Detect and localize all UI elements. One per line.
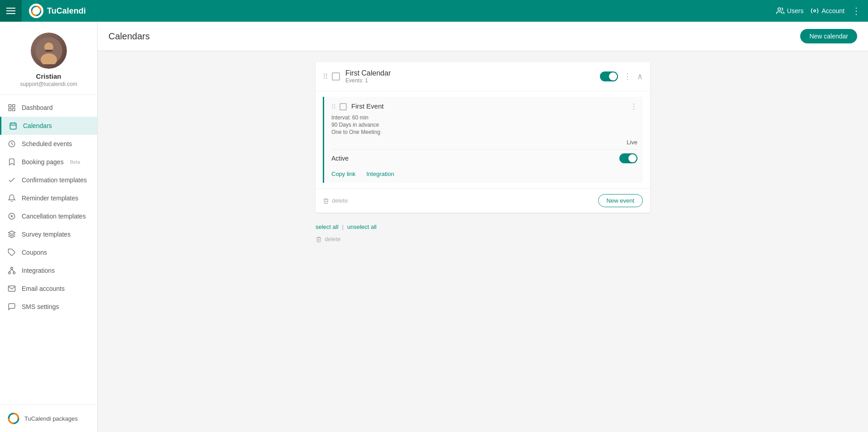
new-calendar-button[interactable]: New calendar (800, 29, 857, 43)
event-meeting-type: One to One Meeting (331, 129, 637, 135)
event-name: First Event (351, 102, 630, 110)
calendar-delete-label: delete (332, 197, 348, 204)
svg-rect-8 (13, 104, 15, 107)
event-live-badge: Live (627, 139, 637, 146)
sidebar-item-dashboard[interactable]: Dashboard (0, 99, 97, 117)
svg-line-25 (12, 269, 14, 272)
svg-point-23 (13, 272, 15, 274)
sidebar-item-coupons[interactable]: Coupons (0, 243, 97, 261)
svg-marker-19 (9, 231, 15, 235)
new-event-button[interactable]: New event (598, 194, 643, 207)
select-all-row: select all | unselect all (316, 223, 650, 230)
calendar-more-button[interactable]: ⋮ (623, 71, 632, 81)
page-title: Calendars (108, 31, 150, 42)
menu-button[interactable] (0, 0, 22, 22)
calendar-delete-button[interactable]: delete (323, 197, 348, 204)
users-link[interactable]: Users (776, 7, 804, 15)
sidebar-item-email-accounts[interactable]: Email accounts (0, 280, 97, 298)
sidebar-reminder-label: Reminder templates (22, 195, 78, 202)
event-more-button[interactable]: ⋮ (630, 102, 637, 111)
tucalendi-packages-link[interactable]: TuCalendi packages (0, 404, 97, 432)
topbar: TuCalendi Users Account ⋮ (0, 0, 868, 22)
bookmark-icon (7, 157, 16, 166)
users-label: Users (787, 7, 804, 14)
calendar-toggle[interactable] (600, 71, 618, 81)
sidebar-item-confirmation-templates[interactable]: Confirmation templates (0, 171, 97, 189)
event-drag-handle[interactable]: ⠿ (331, 103, 336, 110)
svg-point-0 (31, 5, 42, 16)
logo-text: TuCalendi (47, 6, 86, 16)
event-active-label: Active (331, 155, 349, 162)
sidebar-booking-sub: Beta (70, 159, 80, 165)
sidebar-item-calendars[interactable]: Calendars (0, 117, 97, 135)
trash-icon (323, 198, 329, 204)
svg-point-22 (9, 272, 11, 274)
avatar-image (31, 33, 67, 69)
event-active-toggle[interactable] (619, 153, 637, 163)
bottom-delete-row: delete (316, 236, 650, 242)
account-link[interactable]: Account (811, 7, 844, 15)
event-links-row: Copy link Integration (331, 167, 637, 177)
integrations-icon (7, 266, 16, 275)
hamburger-icon (6, 8, 15, 14)
svg-rect-10 (9, 109, 11, 111)
calendar-icon (9, 121, 18, 130)
unselect-all-button[interactable]: unselect all (347, 223, 377, 230)
sidebar-item-sms-settings[interactable]: SMS settings (0, 298, 97, 316)
tag-icon (7, 248, 16, 257)
sidebar-item-survey-templates[interactable]: Survey templates (0, 225, 97, 243)
calendar-drag-handle[interactable]: ⠿ (323, 72, 328, 81)
svg-point-26 (8, 413, 19, 424)
calendar-header: ⠿ First Calendar Events: 1 ⋮ ∧ (316, 62, 650, 91)
copy-link-button[interactable]: Copy link (331, 171, 355, 177)
calendar-header-actions: ⋮ ∧ (600, 71, 643, 81)
sidebar-email-label: Email accounts (22, 285, 65, 292)
sidebar-item-integrations[interactable]: Integrations (0, 261, 97, 280)
more-options-button[interactable]: ⋮ (852, 5, 861, 16)
packages-label: TuCalendi packages (24, 415, 78, 422)
calendar-checkbox[interactable] (332, 72, 340, 81)
event-interval: Interval: 60 min (331, 114, 637, 121)
event-checkbox[interactable] (340, 103, 347, 110)
svg-line-24 (9, 269, 12, 272)
layers-icon (7, 230, 16, 239)
sidebar-item-reminder-templates[interactable]: Reminder templates (0, 189, 97, 207)
select-all-button[interactable]: select all (316, 223, 339, 230)
bottom-trash-icon (316, 236, 322, 242)
sidebar-item-cancellation-templates[interactable]: Cancellation templates (0, 207, 97, 225)
user-name: Cristian (36, 72, 61, 80)
svg-point-21 (11, 267, 13, 270)
sidebar-integrations-label: Integrations (22, 267, 55, 274)
avatar (31, 33, 67, 69)
event-toggle-knob (628, 154, 637, 162)
sidebar-item-booking-pages[interactable]: Booking pages Beta (0, 153, 97, 171)
sidebar-booking-label: Booking pages (22, 158, 64, 166)
logo: TuCalendi (22, 4, 93, 18)
check-icon (7, 176, 16, 185)
sidebar-item-scheduled-events[interactable]: Scheduled events (0, 135, 97, 153)
sidebar-survey-label: Survey templates (22, 231, 71, 238)
sidebar-dashboard-label: Dashboard (22, 104, 53, 111)
sidebar-calendars-label: Calendars (23, 122, 52, 129)
user-email: support@tucalendi.com (20, 81, 77, 87)
page-header: Calendars New calendar (98, 22, 868, 51)
calendar-collapse-button[interactable]: ∧ (637, 71, 643, 81)
event-meta: Interval: 60 min 90 Days in advance One … (331, 114, 637, 135)
sidebar-sms-label: SMS settings (22, 303, 59, 310)
svg-point-1 (778, 8, 781, 10)
packages-logo-icon (7, 412, 20, 425)
sidebar-nav: Dashboard Calendars Scheduled events (0, 95, 97, 404)
integration-button[interactable]: Integration (366, 171, 394, 177)
bottom-delete-button[interactable]: delete (316, 236, 340, 242)
calendar-name: First Calendar (345, 69, 600, 77)
dashboard-icon (7, 103, 16, 112)
sidebar-cancellation-label: Cancellation templates (22, 213, 86, 220)
account-label: Account (821, 7, 844, 14)
bell-icon (7, 194, 16, 203)
calendar-footer: delete New event (316, 188, 650, 213)
sidebar-coupons-label: Coupons (22, 249, 47, 256)
sidebar-confirmation-label: Confirmation templates (22, 176, 87, 184)
svg-point-2 (814, 10, 816, 12)
main-content: Calendars New calendar ⠿ First Calendar … (98, 22, 868, 432)
svg-rect-11 (10, 123, 16, 129)
